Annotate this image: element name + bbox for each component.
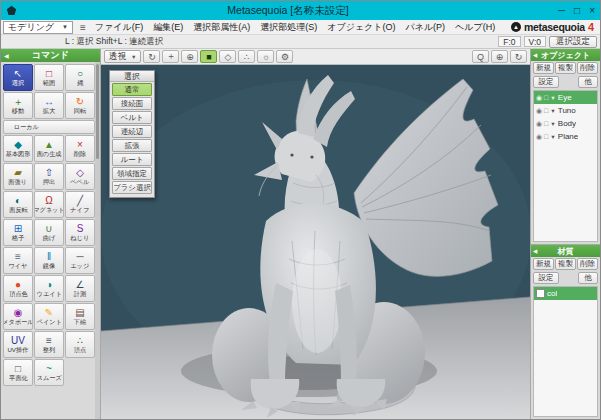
command-panel-header[interactable]: ◀ コマンド bbox=[1, 49, 100, 62]
shading-mode-icon[interactable]: ■ bbox=[200, 50, 217, 63]
wireframe-mode-icon[interactable]: ◇ bbox=[219, 50, 236, 63]
lock-icon[interactable]: □ bbox=[544, 107, 548, 115]
tool-button[interactable]: Ω マグネット bbox=[34, 191, 64, 218]
object-list-item[interactable]: ◉ □ ▼ Body bbox=[534, 117, 597, 130]
tool-button[interactable]: ⇧ 押出 bbox=[34, 163, 64, 190]
visibility-eye-icon[interactable]: ◉ bbox=[536, 107, 542, 115]
tool-button[interactable]: ◐ 面反転 bbox=[3, 191, 33, 218]
select-mode-button[interactable]: 通常 bbox=[112, 83, 152, 96]
menu-item[interactable]: オブジェクト(O) bbox=[322, 21, 400, 34]
select-mode-button[interactable]: ベルト bbox=[112, 111, 152, 124]
vertex-display-icon[interactable]: ∴ bbox=[238, 50, 255, 63]
object-action-button[interactable]: 新規 bbox=[533, 62, 554, 74]
menu-item[interactable]: 選択部処理(S) bbox=[255, 21, 322, 34]
titlebar[interactable]: Metasequoia [名称未設定] ─ □ × bbox=[1, 1, 600, 20]
material-panel-header[interactable]: ◀ 材質 bbox=[531, 245, 600, 257]
lock-icon[interactable]: □ bbox=[544, 120, 548, 128]
tool-button[interactable]: ◉ メタボール bbox=[3, 303, 33, 330]
material-action-button[interactable]: 複製 bbox=[555, 258, 576, 270]
object-list-item[interactable]: ◉ □ ▼ Eye bbox=[534, 91, 597, 104]
tool-button[interactable]: □ 平面化 bbox=[3, 359, 33, 386]
lock-icon[interactable]: □ bbox=[544, 133, 548, 141]
menu-item[interactable]: ファイル(F) bbox=[90, 21, 148, 34]
object-settings-button[interactable]: 設定 bbox=[533, 76, 559, 88]
projection-dropdown[interactable]: 透視 ▼ bbox=[104, 50, 141, 63]
tool-button[interactable]: ローカル bbox=[3, 120, 95, 134]
magnify-icon[interactable]: Q bbox=[472, 50, 489, 63]
select-settings-button[interactable]: 選択設定 bbox=[549, 36, 597, 48]
tool-button[interactable]: ◇ ベベル bbox=[65, 163, 95, 190]
fit-view-icon[interactable]: ⊕ bbox=[491, 50, 508, 63]
command-scrollbar[interactable] bbox=[95, 62, 100, 419]
zoom-view-icon[interactable]: ⊕ bbox=[181, 50, 198, 63]
menu-item[interactable]: ヘルプ(H) bbox=[450, 21, 500, 34]
expand-caret-icon[interactable]: ▼ bbox=[550, 134, 555, 140]
expand-caret-icon[interactable]: ▼ bbox=[550, 95, 555, 101]
tool-button[interactable]: ↔ 拡大 bbox=[34, 92, 64, 119]
tool-button[interactable]: ▰ 面張り bbox=[3, 163, 33, 190]
select-mode-button[interactable]: 接続面 bbox=[112, 97, 152, 110]
close-icon[interactable]: × bbox=[589, 6, 595, 16]
collapse-arrow-icon[interactable]: ◀ bbox=[533, 248, 537, 254]
menu-item[interactable]: 編集(E) bbox=[148, 21, 188, 34]
tool-button[interactable]: ○ 縄 bbox=[65, 64, 95, 91]
material-action-button[interactable]: 新規 bbox=[533, 258, 554, 270]
tool-button[interactable]: ≡ ワイヤ bbox=[3, 247, 33, 274]
orbit-view-icon[interactable]: ↻ bbox=[143, 50, 160, 63]
expand-caret-icon[interactable]: ▼ bbox=[550, 108, 555, 114]
tool-button[interactable]: ▲ 面の生成 bbox=[34, 135, 64, 162]
tool-button[interactable]: ∠ 計測 bbox=[65, 275, 95, 302]
viewport-canvas[interactable]: 選択 通常 接続面 ベルト 連続辺 拡張 bbox=[101, 65, 530, 419]
tool-button[interactable]: ⊞ 格子 bbox=[3, 219, 33, 246]
select-mode-button[interactable]: 領域指定 bbox=[112, 167, 152, 180]
scrollbar-thumb[interactable] bbox=[96, 64, 99, 159]
select-mode-button[interactable]: ブラシ選択 bbox=[112, 181, 152, 194]
tool-button[interactable]: □ 範囲 bbox=[34, 64, 64, 91]
object-action-button[interactable]: 削除 bbox=[577, 62, 598, 74]
material-settings-button[interactable]: 設定 bbox=[533, 272, 559, 284]
tool-button[interactable]: ╱ ナイフ bbox=[65, 191, 95, 218]
tool-button[interactable]: ◆ 基本図形 bbox=[3, 135, 33, 162]
material-other-button[interactable]: 他 bbox=[578, 272, 598, 284]
tool-button[interactable]: ● 頂点色 bbox=[3, 275, 33, 302]
tool-button[interactable]: ↻ 回転 bbox=[65, 92, 95, 119]
tool-button[interactable]: ~ スムーズ bbox=[34, 359, 64, 386]
collapse-arrow-icon[interactable]: ◀ bbox=[533, 52, 537, 58]
material-action-button[interactable]: 削除 bbox=[577, 258, 598, 270]
tool-button[interactable]: S ねじり bbox=[65, 219, 95, 246]
tool-button[interactable]: ∴ 頂点 bbox=[65, 331, 95, 358]
tool-button[interactable]: ✎ ペイント bbox=[34, 303, 64, 330]
tool-button[interactable]: ∪ 曲げ bbox=[34, 219, 64, 246]
select-panel-title[interactable]: 選択 bbox=[110, 71, 154, 82]
object-list-item[interactable]: ◉ □ ▼ Tuno bbox=[534, 104, 597, 117]
object-list-item[interactable]: ◉ □ ▼ Plane bbox=[534, 130, 597, 143]
tool-button[interactable]: ─ エッジ bbox=[65, 247, 95, 274]
tool-button[interactable]: ≡ 整列 bbox=[34, 331, 64, 358]
reset-view-icon[interactable]: ↻ bbox=[510, 50, 527, 63]
menu-item[interactable]: パネル(P) bbox=[400, 21, 450, 34]
menu-item[interactable]: 選択部属性(A) bbox=[188, 21, 255, 34]
tool-button[interactable]: UV UV操作 bbox=[3, 331, 33, 358]
tool-button[interactable]: ▤ 下絵 bbox=[65, 303, 95, 330]
tool-button[interactable]: × 削除 bbox=[65, 135, 95, 162]
collapse-arrow-icon[interactable]: ◀ bbox=[4, 52, 9, 59]
object-action-button[interactable]: 複製 bbox=[555, 62, 576, 74]
visibility-eye-icon[interactable]: ◉ bbox=[536, 133, 542, 141]
object-panel-header[interactable]: ◀ オブジェクト bbox=[531, 49, 600, 61]
material-list-item[interactable]: col bbox=[534, 287, 597, 300]
pan-view-icon[interactable]: ＋ bbox=[162, 50, 179, 63]
visibility-eye-icon[interactable]: ◉ bbox=[536, 120, 542, 128]
lock-icon[interactable]: □ bbox=[544, 94, 548, 102]
mode-select-dropdown[interactable]: モデリング ▼ bbox=[3, 21, 73, 34]
select-mode-button[interactable]: ルート bbox=[112, 153, 152, 166]
tool-button[interactable]: ↖ 選択 bbox=[3, 64, 33, 91]
maximize-icon[interactable]: □ bbox=[574, 6, 580, 16]
select-mode-button[interactable]: 拡張 bbox=[112, 139, 152, 152]
tool-button[interactable]: ◑ ウエイト bbox=[34, 275, 64, 302]
select-mode-button[interactable]: 連続辺 bbox=[112, 125, 152, 138]
tool-button[interactable]: ‖ 鏡像 bbox=[34, 247, 64, 274]
visibility-eye-icon[interactable]: ◉ bbox=[536, 94, 542, 102]
tool-button[interactable]: ＋ 移動 bbox=[3, 92, 33, 119]
expand-caret-icon[interactable]: ▼ bbox=[550, 121, 555, 127]
settings-gear-icon[interactable]: ⚙ bbox=[276, 50, 293, 63]
